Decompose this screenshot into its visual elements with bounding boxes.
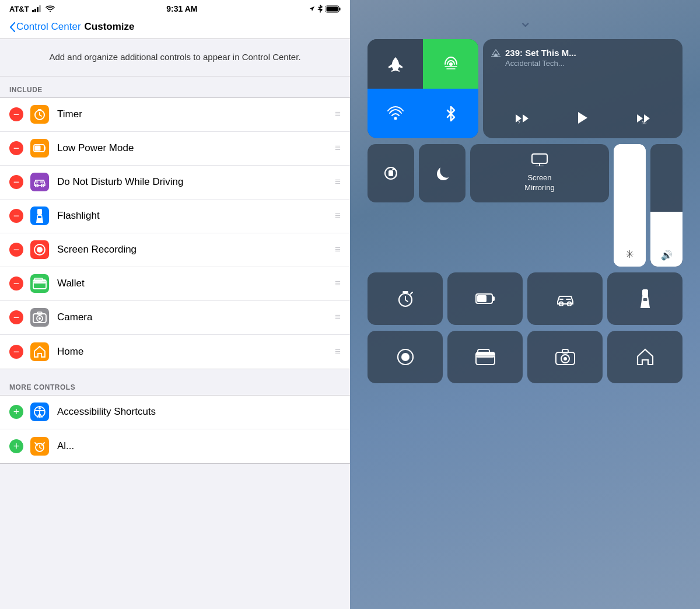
right-panel: ⌄: [350, 0, 700, 609]
svg-rect-42: [642, 289, 648, 296]
svg-rect-15: [38, 216, 41, 218]
volume-slider[interactable]: 🔊: [650, 144, 682, 267]
remove-wallet-button[interactable]: −: [9, 276, 23, 290]
fast-forward-button[interactable]: 30: [636, 111, 652, 129]
lowpower-icon: [30, 139, 49, 158]
drag-handle-lowpower[interactable]: ≡: [335, 142, 341, 154]
remove-home-button[interactable]: −: [9, 345, 23, 359]
wallet-label: Wallet: [57, 278, 330, 289]
svg-rect-8: [38, 109, 41, 110]
screen-recording-icon: [30, 240, 49, 259]
play-button[interactable]: [575, 110, 591, 130]
timer-cc-button[interactable]: [368, 272, 443, 325]
status-bar: AT&T 9:31 AM: [0, 0, 350, 16]
wifi-status-icon: [46, 5, 55, 12]
flashlight-icon: [30, 206, 49, 225]
page-title: Customize: [85, 21, 135, 33]
carrier-text: AT&T: [9, 5, 29, 13]
wallet-cc-button[interactable]: [447, 331, 523, 383]
remove-camera-button[interactable]: −: [9, 310, 23, 324]
status-right: [309, 5, 341, 13]
camera-icon: [30, 308, 49, 327]
accessibility-label: Accessibility Shortcuts: [57, 406, 341, 418]
drag-handle-timer[interactable]: ≡: [335, 108, 341, 120]
drag-handle-home[interactable]: ≡: [335, 346, 341, 358]
remove-lowpower-button[interactable]: −: [9, 141, 23, 155]
rotation-lock-button[interactable]: [368, 144, 414, 202]
alarm-label: Al...: [57, 440, 341, 452]
home-label: Home: [57, 346, 330, 358]
drag-handle-dnd[interactable]: ≡: [335, 176, 341, 188]
np-controls: 7 30: [491, 110, 674, 130]
dnd-driving-cc-button[interactable]: [527, 272, 603, 325]
svg-rect-33: [388, 170, 393, 176]
right-sliders-col: ✳ 🔊: [614, 144, 682, 267]
brightness-icon: ✳: [625, 248, 634, 261]
drag-handle-flashlight[interactable]: ≡: [335, 210, 341, 222]
list-item: − Screen Recording ≡: [0, 233, 350, 267]
description-area: Add and organize additional controls to …: [0, 39, 350, 76]
drag-handle-camera[interactable]: ≡: [335, 312, 341, 323]
include-list: − Timer ≡ − Low Power Mode: [0, 97, 350, 369]
bottom-tiles-row: [368, 272, 682, 325]
add-accessibility-button[interactable]: +: [9, 405, 23, 419]
svg-rect-2: [37, 7, 38, 12]
list-item: − Low Power Mode ≡: [0, 132, 350, 166]
remove-flashlight-button[interactable]: −: [9, 209, 23, 223]
svg-rect-34: [532, 154, 547, 163]
left-tiles-col: ScreenMirroring: [368, 144, 609, 267]
svg-point-28: [449, 62, 453, 66]
timer-icon: [30, 105, 49, 124]
airplane-mode-button[interactable]: [368, 39, 423, 89]
svg-point-17: [37, 247, 43, 253]
remove-timer-button[interactable]: −: [9, 107, 23, 121]
svg-rect-38: [492, 296, 495, 301]
hotspot-button[interactable]: [423, 39, 478, 89]
drag-handle-wallet[interactable]: ≡: [335, 278, 341, 289]
dismiss-chevron[interactable]: ⌄: [519, 12, 532, 31]
svg-text:7: 7: [518, 121, 520, 125]
camera-label: Camera: [57, 312, 330, 323]
home-cc-button[interactable]: [607, 331, 682, 383]
list-item: − Flashlight ≡: [0, 200, 350, 233]
drag-handle-screenrec[interactable]: ≡: [335, 244, 341, 256]
svg-rect-43: [643, 298, 647, 301]
np-title: 239: Set This M...: [505, 47, 576, 59]
svg-rect-1: [34, 9, 36, 12]
list-item: − Home ≡: [0, 335, 350, 369]
location-icon: [309, 6, 315, 12]
svg-text:30: 30: [642, 121, 646, 125]
description-text: Add and organize additional controls to …: [23, 51, 327, 64]
do-not-disturb-button[interactable]: [419, 144, 466, 202]
low-power-cc-button[interactable]: [447, 272, 523, 325]
back-button[interactable]: Control Center: [9, 21, 81, 33]
remove-dnd-button[interactable]: −: [9, 175, 23, 189]
rewind-button[interactable]: 7: [513, 111, 530, 129]
remove-screenrec-button[interactable]: −: [9, 243, 23, 257]
screen-mirroring-button[interactable]: ScreenMirroring: [470, 144, 609, 202]
list-item: + Al...: [0, 429, 350, 463]
svg-rect-3: [39, 5, 41, 12]
add-alarm-button[interactable]: +: [9, 439, 23, 453]
airplay-icon: [491, 48, 501, 58]
screen-rec-cc-button[interactable]: [368, 331, 443, 383]
more-controls-list: + Accessibility Shortcuts +: [0, 395, 350, 464]
svg-point-29: [394, 117, 397, 120]
wifi-button[interactable]: [368, 89, 423, 138]
svg-point-51: [564, 357, 567, 360]
connectivity-block: [368, 39, 478, 138]
bluetooth-button[interactable]: [423, 89, 478, 138]
include-section-header: INCLUDE: [0, 76, 350, 97]
time-display: 9:31 AM: [166, 4, 197, 13]
camera-cc-button[interactable]: [527, 331, 603, 383]
brightness-slider[interactable]: ✳: [614, 144, 646, 267]
list-item: − Wallet ≡: [0, 267, 350, 301]
svg-rect-11: [35, 146, 41, 151]
svg-rect-36: [402, 291, 408, 293]
alarm-icon: [30, 437, 49, 456]
flashlight-cc-button[interactable]: [607, 272, 682, 325]
np-subtitle: Accidental Tech...: [505, 59, 576, 68]
battery-status-icon: [326, 5, 341, 13]
svg-rect-5: [340, 8, 341, 10]
screen-mirror-label: ScreenMirroring: [524, 173, 554, 193]
